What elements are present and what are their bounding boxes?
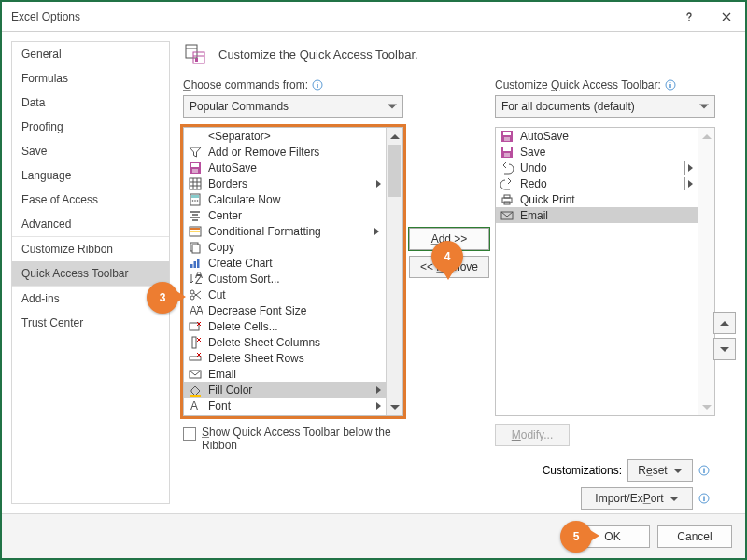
chart-icon [188,256,203,271]
scroll-up-button[interactable] [387,128,402,145]
list-item[interactable]: Copy [184,239,386,255]
submenu-icon [373,177,380,190]
svg-rect-35 [503,132,511,135]
left-column: Choose commands from: Popular Commands <… [183,78,403,452]
list-item[interactable]: Save [496,144,698,160]
reset-button[interactable]: Reset [627,459,693,482]
qat-commands-list[interactable]: AutoSaveSaveUndoRedoQuick PrintEmail [495,127,715,416]
info-icon[interactable] [665,79,676,91]
svg-rect-18 [190,264,193,268]
modify-button[interactable]: Modify... [495,424,570,446]
customizations-label: Customizations: [543,464,622,477]
disk-pink-icon [188,161,203,175]
svg-point-11 [194,200,196,202]
calc-icon [188,192,203,207]
list-item[interactable]: Delete Sheet Columns [184,334,386,350]
sidebar-item-language[interactable]: Language [12,163,169,188]
list-item[interactable]: Redo [496,175,698,191]
list-item[interactable]: Email [184,366,386,382]
dialog-window: Excel Options General Formulas Data Proo… [0,0,747,560]
import-export-button[interactable]: Import/ExPort [581,487,693,510]
list-item[interactable]: AutoSave [184,160,386,175]
move-down-button[interactable] [713,338,736,360]
available-commands-list[interactable]: <Separator>Add or Remove FiltersAutoSave… [183,127,403,416]
mail-icon [500,208,514,223]
scrollbar-thumb[interactable] [388,145,401,197]
dialog-footer: OK Cancel [2,513,745,558]
help-button[interactable] [670,2,708,32]
redo-icon [500,176,514,191]
cond-icon [188,224,203,239]
cancel-button[interactable]: Cancel [657,525,732,548]
list-item[interactable]: Delete Sheet Rows [184,350,386,366]
list-item[interactable]: Conditional Formatting [184,223,386,239]
close-button[interactable] [708,2,745,32]
sidebar-item-customize-ribbon[interactable]: Customize Ribbon [12,236,169,261]
list-item[interactable]: AFont [184,398,386,413]
svg-rect-5 [191,163,199,167]
sidebar-item-formulas[interactable]: Formulas [12,66,169,91]
submenu-icon [684,177,692,190]
choose-commands-label: Choose commands from: [183,78,403,91]
choose-commands-combo[interactable]: Popular Commands [183,95,403,118]
list-item[interactable]: Email [496,207,698,223]
list-item[interactable]: Cut [184,287,386,302]
info-icon[interactable] [698,493,710,504]
sidebar-item-quick-access-toolbar[interactable]: Quick Access Toolbar [12,261,169,286]
customize-for-combo[interactable]: For all documents (default) [495,95,715,118]
list-item[interactable]: Center [184,207,386,223]
list-item[interactable]: Delete Cells... [184,318,386,334]
grid-icon [188,176,203,191]
list-item[interactable]: Undo [496,160,698,175]
sidebar-item-proofing[interactable]: Proofing [12,115,169,139]
scissors-icon [188,287,203,302]
mail-icon [188,367,203,382]
sidebar-item-trust-center[interactable]: Trust Center [12,311,169,335]
list-item[interactable]: Fill Color [184,382,386,398]
sidebar-item-save[interactable]: Save [12,139,169,163]
sidebar-item-ease-of-access[interactable]: Ease of Access [12,188,169,212]
svg-rect-28 [192,337,196,348]
sidebar-item-data[interactable]: Data [12,91,169,115]
svg-rect-14 [190,228,200,230]
show-qat-below-ribbon[interactable]: Show Quick Access Toolbar below the Ribb… [183,426,426,452]
submenu-icon [373,384,380,397]
svg-text:A: A [190,399,198,413]
list-item[interactable]: AADecrease Font Size [184,302,386,318]
disk-pink-icon [500,129,514,144]
reorder-buttons [713,312,736,360]
scrollbar-vertical[interactable] [698,128,714,415]
list-item[interactable]: Add or Remove Filters [184,144,386,160]
list-item[interactable]: AutoSave [496,128,698,144]
sidebar-item-add-ins[interactable]: Add-ins [12,286,169,311]
info-icon[interactable] [312,79,323,91]
copy-icon [188,240,203,255]
list-item[interactable]: Borders [184,175,386,191]
window-buttons [670,2,745,32]
info-icon[interactable] [698,465,710,476]
svg-rect-36 [504,137,510,141]
font-dec-icon: AA [188,303,203,318]
right-column: Customize Quick Access Toolbar: For all … [495,78,715,446]
list-item[interactable]: <Separator> [184,128,386,144]
titlebar: Excel Options [2,2,745,32]
list-item[interactable]: AZCustom Sort... [184,271,386,287]
scroll-down-button[interactable] [387,399,402,415]
svg-rect-31 [190,395,201,397]
move-up-button[interactable] [713,312,736,334]
checkbox[interactable] [183,427,196,441]
list-item[interactable]: Create Chart [184,255,386,271]
svg-text:Z: Z [195,273,202,287]
sidebar-item-advanced[interactable]: Advanced [12,212,169,236]
disk-pink-icon [500,145,514,160]
list-item[interactable]: Calculate Now [184,191,386,207]
svg-point-10 [192,200,194,202]
svg-rect-38 [503,147,511,151]
sidebar-item-general[interactable]: General [12,42,169,66]
customize-qat-icon [183,41,209,67]
customize-qat-label: Customize Quick Access Toolbar: [495,78,715,91]
scrollbar-vertical[interactable] [386,128,402,415]
funnel-icon [188,145,203,160]
customizations-controls: Customizations: Reset Import/ExPort [543,459,710,510]
list-item[interactable]: Quick Print [496,191,698,207]
